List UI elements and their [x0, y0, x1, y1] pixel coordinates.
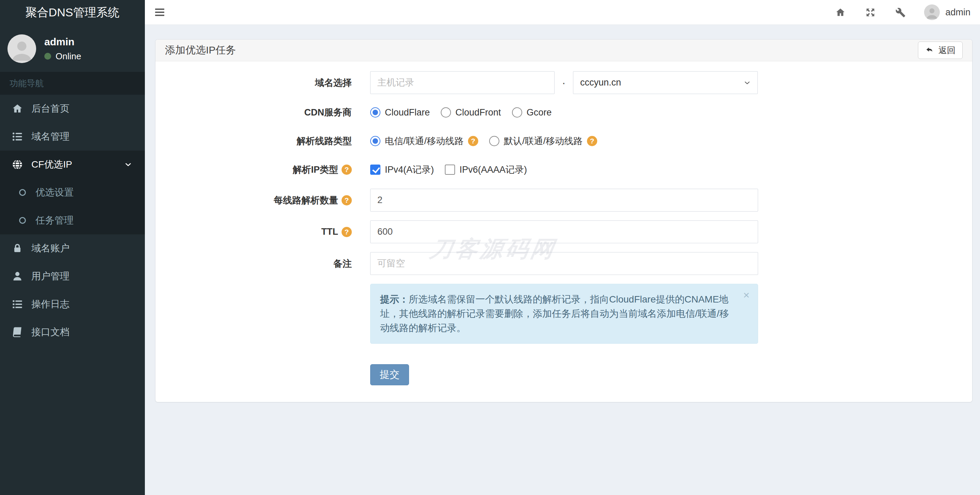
cdn-label-cell: CDN服务商	[156, 106, 360, 119]
help-icon[interactable]: ?	[342, 165, 352, 175]
chevron-down-icon	[124, 160, 133, 169]
avatar	[924, 5, 940, 20]
tip-prefix: 提示：	[380, 294, 409, 305]
page-title: 添加优选IP任务	[165, 43, 236, 57]
radio-label: CloudFlare	[385, 107, 430, 118]
chevron-down-icon	[743, 79, 751, 87]
sidebar-item-label: 域名管理	[31, 130, 70, 143]
field-label: 解析IP类型	[293, 163, 338, 176]
back-arrow-icon	[925, 46, 934, 55]
sidebar-subitem-preferred-settings[interactable]: 优选设置	[0, 179, 145, 206]
sidebar-subitem-label: 优选设置	[35, 186, 74, 199]
help-icon[interactable]: ?	[468, 136, 478, 146]
settings-button[interactable]	[894, 6, 906, 18]
remark-label-cell: 备注	[156, 257, 360, 270]
per-line-count-label-cell: 每线路解析数量 ?	[156, 194, 360, 206]
sidebar-subitem-label: 任务管理	[35, 214, 74, 227]
remark-input[interactable]	[370, 252, 758, 275]
form-row-remark: 备注	[156, 252, 972, 275]
user-avatar	[8, 35, 36, 63]
radio-icon	[370, 107, 380, 117]
fullscreen-button[interactable]	[864, 6, 877, 18]
sidebar-nav-header: 功能导航	[0, 72, 145, 95]
radio-icon	[370, 136, 380, 146]
tip-alert: 提示：所选域名需保留一个默认线路的解析记录，指向CloudFlare提供的CNA…	[370, 284, 758, 344]
wrench-icon	[895, 7, 906, 18]
form-row-domain: 域名选择 · cccyun.cn	[156, 71, 972, 94]
sidebar-menu: 后台首页 域名管理 CF优选IP 优选设置 任务管理 域名账户	[0, 95, 145, 346]
lock-icon	[11, 243, 23, 254]
sidebar-item-operation-logs[interactable]: 操作日志	[0, 290, 145, 318]
ttl-input[interactable]	[370, 221, 758, 243]
home-button[interactable]	[834, 6, 846, 18]
sidebar-item-users[interactable]: 用户管理	[0, 262, 145, 290]
sidebar-group-cf-ip: CF优选IP 优选设置 任务管理	[0, 151, 145, 235]
radio-icon	[512, 107, 522, 117]
add-task-panel: 添加优选IP任务 返回 域名选择 · cccyun.cn CDN服务商	[155, 39, 972, 402]
checkbox-label: IPv6(AAAA记录)	[460, 163, 527, 176]
checkbox-ipv4[interactable]: IPv4(A记录)	[370, 163, 434, 176]
domain-label-cell: 域名选择	[156, 77, 360, 89]
sidebar-item-dashboard[interactable]: 后台首页	[0, 95, 145, 123]
close-icon[interactable]: ×	[743, 290, 749, 300]
sidebar-item-label: 操作日志	[31, 298, 70, 311]
radio-telecom-line[interactable]: 电信/联通/移动线路 ?	[370, 135, 478, 147]
globe-icon	[11, 159, 23, 170]
sidebar-item-label: CF优选IP	[31, 158, 72, 171]
back-button[interactable]: 返回	[918, 41, 963, 59]
log-list-icon	[11, 298, 23, 310]
topbar-user-menu[interactable]: admin	[924, 5, 970, 20]
radio-icon	[489, 136, 500, 146]
help-icon[interactable]: ?	[342, 195, 352, 205]
form-row-ttl: TTL ?	[156, 221, 972, 243]
field-label: 备注	[333, 257, 352, 270]
field-label: 域名选择	[315, 77, 352, 89]
sidebar-user-panel: admin Online	[0, 25, 145, 72]
checkbox-ipv6[interactable]: IPv6(AAAA记录)	[445, 163, 527, 176]
sidebar-item-cf-ip[interactable]: CF优选IP	[0, 151, 145, 179]
submit-button[interactable]: 提交	[370, 364, 409, 385]
menu-icon[interactable]	[155, 7, 167, 17]
app-title: 聚合DNS管理系统	[0, 0, 145, 25]
field-label: 每线路解析数量	[274, 194, 338, 206]
form-row-ip-type: 解析IP类型 ? IPv4(A记录) IPv6(AAAA记录)	[156, 160, 972, 179]
topbar: admin	[145, 0, 980, 25]
home-icon	[11, 103, 23, 114]
book-icon	[11, 326, 24, 338]
checkbox-icon	[370, 165, 380, 175]
radio-cloudfront[interactable]: CloudFront	[441, 107, 501, 118]
sidebar-item-api-docs[interactable]: 接口文档	[0, 318, 145, 346]
domain-select-value: cccyun.cn	[580, 77, 621, 88]
line-type-label-cell: 解析线路类型	[156, 135, 360, 147]
ip-type-label-cell: 解析IP类型 ?	[156, 163, 360, 176]
circle-icon	[18, 188, 27, 197]
back-button-label: 返回	[939, 44, 955, 56]
sidebar-item-domains[interactable]: 域名管理	[0, 123, 145, 151]
tip-text: 所选域名需保留一个默认线路的解析记录，指向CloudFlare提供的CNAME地…	[380, 294, 729, 333]
domain-select[interactable]: cccyun.cn	[573, 71, 758, 94]
help-icon[interactable]: ?	[342, 227, 352, 237]
user-status: Online	[44, 51, 81, 62]
list-icon	[11, 131, 23, 143]
radio-gcore[interactable]: Gcore	[512, 107, 552, 118]
panel-body: 域名选择 · cccyun.cn CDN服务商 CloudFlare	[156, 61, 972, 385]
sidebar: 聚合DNS管理系统 admin Online 功能导航 后台首页 域名管理 CF…	[0, 0, 145, 495]
panel-header: 添加优选IP任务 返回	[156, 40, 972, 61]
sidebar-item-label: 接口文档	[31, 326, 70, 339]
checkbox-label: IPv4(A记录)	[385, 163, 434, 176]
radio-label: 电信/联通/移动线路	[385, 135, 464, 147]
topbar-right: admin	[834, 5, 980, 20]
sidebar-item-domain-accounts[interactable]: 域名账户	[0, 235, 145, 262]
per-line-count-input[interactable]	[370, 189, 758, 211]
sidebar-item-label: 后台首页	[31, 102, 70, 115]
radio-default-line[interactable]: 默认/联通/移动线路 ?	[489, 135, 597, 147]
radio-cloudflare[interactable]: CloudFlare	[370, 107, 430, 118]
field-label: TTL	[321, 227, 338, 237]
host-record-input[interactable]	[370, 71, 555, 94]
radio-label: Gcore	[527, 107, 552, 118]
help-icon[interactable]: ?	[587, 136, 597, 146]
radio-label: CloudFront	[455, 107, 501, 118]
sidebar-subitem-task-management[interactable]: 任务管理	[0, 206, 145, 235]
sidebar-item-label: 域名账户	[31, 242, 70, 255]
user-name: admin	[44, 36, 81, 48]
